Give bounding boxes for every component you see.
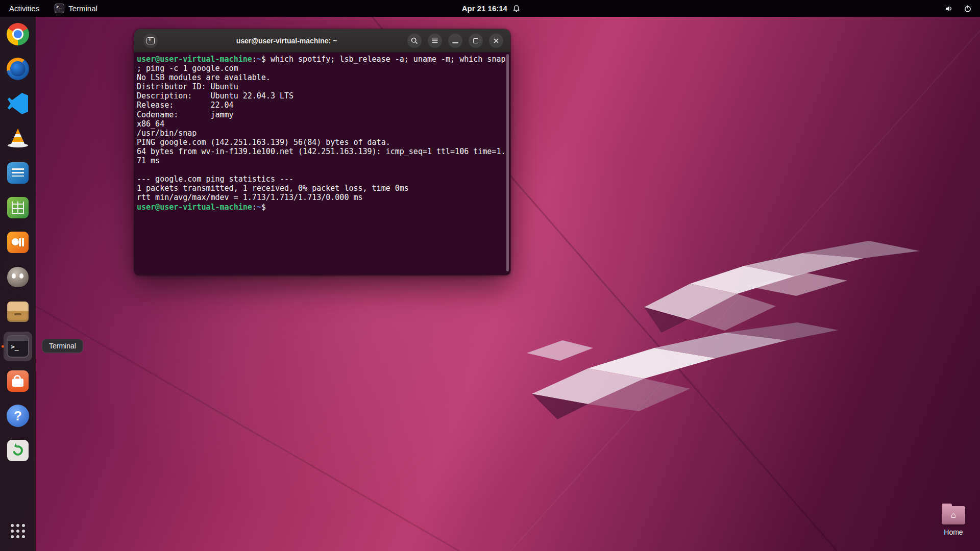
dock-item-ubuntu-software[interactable]: [0, 364, 36, 398]
close-button[interactable]: [489, 34, 503, 48]
terminal-line: 64 bytes from wv-in-f139.1e100.net (142.…: [137, 147, 510, 156]
terminal-line: user@user-virtual-machine:~$: [137, 203, 510, 212]
dock-item-vlc[interactable]: [0, 121, 36, 156]
dock-item-help[interactable]: [0, 398, 36, 433]
terminal-line: Distributor ID: Ubuntu: [137, 82, 510, 91]
minimize-button[interactable]: [448, 34, 462, 48]
dock: [0, 17, 36, 551]
home-folder-label: Home: [944, 528, 963, 536]
terminal-output: user@user-virtual-machine:~$ which spoti…: [137, 55, 510, 212]
new-tab-button[interactable]: [143, 34, 158, 48]
terminal-line: rtt min/avg/max/mdev = 1.713/1.713/1.713…: [137, 193, 510, 202]
dock-item-gimp[interactable]: [0, 260, 36, 294]
dock-tooltip: Terminal: [42, 339, 83, 353]
clock-label: Apr 21 16:14: [462, 4, 507, 13]
top-bar: Activities Terminal Apr 21 16:14: [0, 0, 980, 17]
search-button[interactable]: [407, 34, 422, 48]
terminal-line: [137, 165, 510, 174]
dock-item-calc[interactable]: [0, 190, 36, 225]
terminal-line: ; ping -c 1 google.com: [137, 64, 510, 73]
firefox-icon: [6, 57, 30, 81]
window-titlebar[interactable]: user@user-virtual-machine: ~: [134, 29, 510, 53]
hamburger-menu-icon: [431, 37, 439, 45]
terminal-app-icon: [55, 4, 64, 13]
dock-item-firefox[interactable]: [0, 52, 36, 86]
terminal-line: No LSB modules are available.: [137, 73, 510, 82]
terminal-line: 71 ms: [137, 156, 510, 165]
home-folder-icon[interactable]: ⌂ Home: [937, 506, 970, 536]
dock-item-vscode[interactable]: [0, 86, 36, 121]
search-icon: [410, 37, 419, 45]
clock-button[interactable]: Apr 21 16:14: [462, 0, 521, 17]
help-icon: [6, 404, 30, 428]
running-indicator-dot: [2, 345, 4, 348]
dock-item-software-updater[interactable]: [0, 433, 36, 468]
gimp-icon: [6, 265, 30, 289]
maximize-icon: [473, 38, 478, 43]
new-tab-icon: [146, 37, 155, 44]
show-apps-button[interactable]: [0, 515, 36, 547]
terminal-line: Codename: jammy: [137, 110, 510, 119]
dock-item-chrome[interactable]: [0, 17, 36, 52]
activities-button[interactable]: Activities: [0, 0, 48, 17]
system-status-area[interactable]: [945, 0, 980, 17]
volume-icon[interactable]: [945, 5, 953, 13]
terminal-window: user@user-virtual-machine: ~ user@user-v…: [134, 29, 510, 275]
dock-item-terminal[interactable]: [0, 329, 36, 364]
desktop[interactable]: Activities Terminal Apr 21 16:14: [0, 0, 980, 551]
software-updater-icon: [6, 438, 30, 463]
focused-app-label: Terminal: [68, 4, 97, 13]
house-glyph-icon: ⌂: [942, 510, 965, 520]
minimize-icon: [452, 42, 458, 43]
folder-icon: ⌂: [942, 506, 965, 524]
dock-item-files[interactable]: [0, 294, 36, 329]
notification-bell-icon: [512, 5, 521, 13]
focused-app-indicator[interactable]: Terminal: [48, 0, 104, 17]
terminal-line: Description: Ubuntu 22.04.3 LTS: [137, 91, 510, 101]
menu-button[interactable]: [428, 34, 442, 48]
terminal-line: 1 packets transmitted, 1 received, 0% pa…: [137, 184, 510, 193]
libreoffice-writer-icon: [6, 161, 30, 185]
dock-item-writer[interactable]: [0, 156, 36, 190]
close-icon: [493, 37, 500, 44]
vscode-icon: [6, 91, 30, 116]
chrome-icon: [6, 22, 30, 46]
terminal-line: x86_64: [137, 119, 510, 129]
terminal-line: user@user-virtual-machine:~$ which spoti…: [137, 55, 510, 64]
terminal-line: /usr/bin/snap: [137, 129, 510, 138]
maximize-button[interactable]: [469, 34, 483, 48]
scrollbar-thumb[interactable]: [506, 54, 509, 271]
dock-item-impress[interactable]: [0, 225, 36, 260]
terminal-screen[interactable]: user@user-virtual-machine:~$ which spoti…: [134, 53, 510, 275]
power-icon[interactable]: [964, 5, 972, 13]
libreoffice-impress-icon: [6, 230, 30, 255]
terminal-line: --- google.com ping statistics ---: [137, 174, 510, 184]
activities-label: Activities: [9, 4, 39, 13]
libreoffice-calc-icon: [6, 195, 30, 220]
window-title: user@user-virtual-machine: ~: [175, 37, 398, 45]
vlc-icon: [6, 126, 30, 151]
app-grid-icon: [11, 524, 25, 538]
terminal-scrollbar[interactable]: [506, 54, 509, 273]
terminal-icon: [6, 334, 30, 359]
ubuntu-software-icon: [6, 369, 30, 393]
files-icon: [6, 299, 30, 324]
terminal-line: Release: 22.04: [137, 101, 510, 110]
terminal-line: PING google.com (142.251.163.139) 56(84)…: [137, 138, 510, 147]
